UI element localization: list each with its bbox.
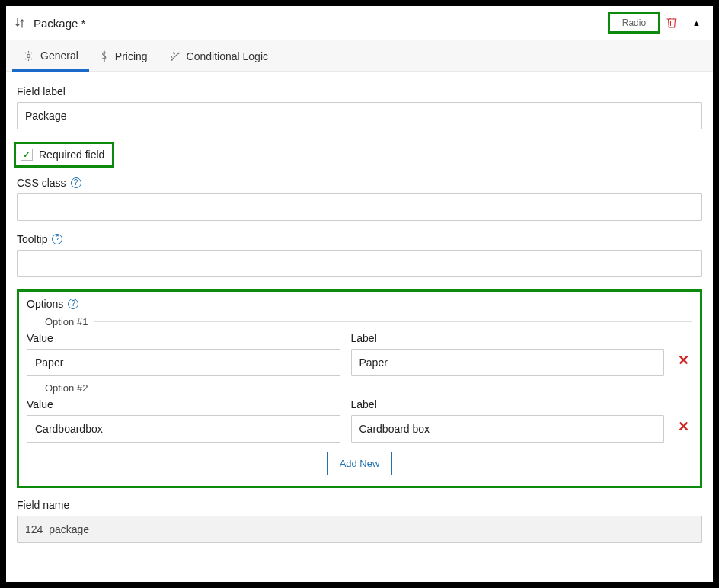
field-name-input (17, 516, 702, 543)
tab-general-label: General (40, 50, 78, 62)
checkbox-icon: ✓ (21, 149, 33, 161)
help-icon[interactable]: ? (52, 234, 62, 244)
field-label-input[interactable] (17, 102, 702, 129)
tab-conditional[interactable]: Conditional Logic (158, 40, 279, 71)
delete-option-icon[interactable]: ✕ (675, 346, 692, 376)
tab-conditional-label: Conditional Logic (187, 50, 268, 62)
gear-icon (23, 50, 34, 62)
help-icon[interactable]: ? (71, 177, 81, 188)
option-label-label: Label (351, 398, 665, 411)
tab-pricing[interactable]: Pricing (89, 40, 158, 71)
field-header-title: Package * (30, 17, 608, 30)
option-value-label: Value (27, 398, 340, 411)
divider (94, 321, 692, 322)
required-field-toggle[interactable]: ✓ Required field (14, 142, 114, 168)
option-label-label: Label (351, 332, 665, 344)
help-icon[interactable]: ? (68, 299, 78, 309)
option-value-input[interactable] (27, 415, 340, 443)
option-title: Option #2 (39, 382, 94, 394)
required-field-label: Required field (39, 149, 104, 161)
add-new-option-button[interactable]: Add New (327, 452, 393, 475)
field-type-badge: Radio (608, 12, 660, 34)
dollar-icon (100, 50, 109, 62)
option-label-input[interactable] (351, 415, 665, 443)
field-name-label: Field name (17, 499, 702, 511)
delete-field-icon[interactable] (666, 17, 677, 29)
tab-pricing-label: Pricing (115, 50, 148, 62)
css-class-input[interactable] (17, 193, 702, 221)
option-value-label: Value (27, 332, 340, 344)
options-label: Options (27, 298, 63, 310)
divider (94, 388, 692, 388)
option-title: Option #1 (39, 316, 94, 328)
tab-general[interactable]: General (12, 40, 89, 72)
tooltip-label: Tooltip (17, 233, 47, 245)
css-class-label: CSS class (17, 177, 66, 189)
drag-handle-icon[interactable] (14, 17, 30, 29)
delete-option-icon[interactable]: ✕ (675, 412, 692, 443)
tooltip-input[interactable] (17, 250, 702, 277)
svg-point-0 (27, 54, 30, 57)
collapse-toggle-icon[interactable]: ▲ (688, 15, 705, 30)
option-label-input[interactable] (351, 349, 665, 376)
field-label-label: Field label (17, 85, 702, 97)
wand-icon (169, 51, 181, 62)
option-value-input[interactable] (27, 349, 340, 376)
